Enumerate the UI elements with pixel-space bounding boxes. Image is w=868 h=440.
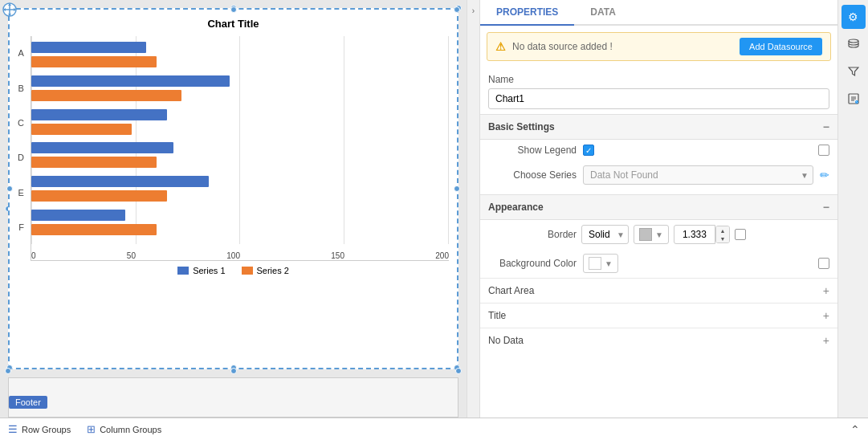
no-data-expand[interactable]: + [823,334,829,347]
bar-F-s1 [31,42,146,53]
right-panel: › PROPERTIES DATA ⚠ No data source added… [467,0,868,418]
bg-color-arrow: ▼ [605,259,613,268]
handle-bottom-mid[interactable] [230,368,237,374]
border-width-down[interactable]: ▼ [716,234,729,242]
y-label-6: F [18,223,24,232]
show-legend-checkbox-right[interactable] [818,145,829,156]
y-label-5: E [18,189,24,198]
bg-color-label: Background Color [488,258,577,269]
chart-area-expand[interactable]: + [823,284,829,297]
legend-series2-label: Series 2 [257,266,289,275]
legend-series1-color [177,267,189,275]
border-type-select[interactable]: Solid [581,225,629,244]
title-label: Title [488,310,506,321]
y-label-2: B [18,84,24,93]
chart-handle-top[interactable] [230,6,237,13]
bar-C-s1 [31,142,173,153]
edit-series-icon[interactable]: ✏ [820,169,829,181]
choose-series-row: Choose Series Data Not Found ▼ ✏ [480,161,837,189]
border-width-input[interactable] [674,225,715,244]
bar-B-s2 [31,190,167,202]
tab-properties[interactable]: PROPERTIES [480,0,574,26]
collapse-panel-button[interactable]: › [467,0,480,418]
border-width-up[interactable]: ▲ [716,226,729,234]
show-legend-row: Show Legend ✓ [480,140,837,161]
legend-series2-color [242,267,253,275]
row-groups-label: Row Groups [22,425,71,434]
bottom-bar: ☰ Row Groups ⊞ Column Groups ⌃ [0,418,868,440]
expand-button[interactable]: ⌃ [850,423,860,436]
move-handle[interactable] [0,0,21,21]
x-label-0: 0 [31,251,36,260]
bar-B-s1 [31,176,209,187]
footer-band: Footer [8,377,458,418]
bar-C-s2 [31,157,157,168]
appearance-header: Appearance − [480,194,837,220]
x-label-150: 150 [331,251,344,260]
name-label: Name [488,74,829,85]
bar-D-s2 [31,124,132,135]
y-axis-labels: F E D C B A [18,36,31,261]
y-label-1: A [18,49,24,58]
show-legend-label: Show Legend [488,145,577,156]
no-data-row[interactable]: No Data + [480,328,837,352]
bar-F-s2 [31,56,157,67]
chart-handle-tr[interactable] [454,6,460,13]
edit-settings-icon-btn[interactable] [842,87,866,111]
bar-group-C [31,141,449,172]
bar-group-B [31,175,449,206]
border-width-group: ▲ ▼ [674,225,730,244]
bars-area [31,36,449,244]
title-row[interactable]: Title + [480,303,837,328]
no-data-label: No Data [488,335,524,346]
column-groups-item[interactable]: ⊞ Column Groups [87,423,161,435]
bar-group-E [31,75,449,105]
bg-color-picker[interactable]: ▼ [583,254,618,273]
chart-area: Chart Title F E D C B A [10,10,457,368]
basic-settings-collapse[interactable]: − [823,120,829,133]
choose-series-select[interactable]: Data Not Found [583,165,813,185]
bar-A-s1 [31,210,125,221]
bar-group-A [31,209,449,239]
legend-series1: Series 1 [177,266,225,275]
bg-color-row: Background Color ▼ [480,249,837,278]
border-color-swatch [639,228,652,241]
chart-area-row[interactable]: Chart Area + [480,278,837,303]
y-label-4: D [18,153,24,162]
appearance-label: Appearance [488,202,544,213]
x-axis-labels: 0 50 100 150 200 [31,246,449,260]
name-input[interactable] [488,88,829,109]
appearance-collapse[interactable]: − [823,201,829,214]
handle-bottom-left[interactable] [5,368,11,374]
border-checkbox[interactable] [735,229,746,240]
name-section: Name [480,67,837,109]
bar-D-s1 [31,109,167,120]
filter-icon-btn[interactable] [842,59,866,84]
svg-point-7 [849,39,858,43]
column-groups-label: Column Groups [100,425,161,434]
database-icon-btn[interactable] [842,32,866,56]
border-color-picker[interactable]: ▼ [634,225,669,244]
choose-series-select-wrapper: Data Not Found ▼ [583,165,813,185]
canvas-area: Chart Title F E D C B A [0,0,467,418]
basic-settings-header: Basic Settings − [480,114,837,140]
border-label: Border [488,229,577,240]
row-groups-item[interactable]: ☰ Row Groups [8,423,71,435]
gear-icon-btn[interactable]: ⚙ [842,5,866,29]
border-width-spinner: ▲ ▼ [715,226,730,243]
chart-container: Chart Title F E D C B A [8,8,458,369]
properties-panel: PROPERTIES DATA ⚠ No data source added !… [480,0,837,418]
handle-bottom-right[interactable] [455,368,462,374]
tab-data[interactable]: DATA [574,0,632,26]
chart-title: Chart Title [18,18,449,30]
bg-color-swatch [589,257,601,270]
chart-plot: 0 50 100 150 200 [31,36,449,261]
bg-color-checkbox[interactable] [818,258,829,269]
chart-handle-left[interactable] [6,185,13,192]
add-datasource-button[interactable]: Add Datasource [740,38,822,55]
warning-text: No data source added ! [512,41,733,52]
show-legend-checkbox[interactable]: ✓ [583,145,594,156]
x-label-100: 100 [226,251,240,260]
title-expand[interactable]: + [823,309,829,322]
chart-handle-right[interactable] [454,185,460,192]
